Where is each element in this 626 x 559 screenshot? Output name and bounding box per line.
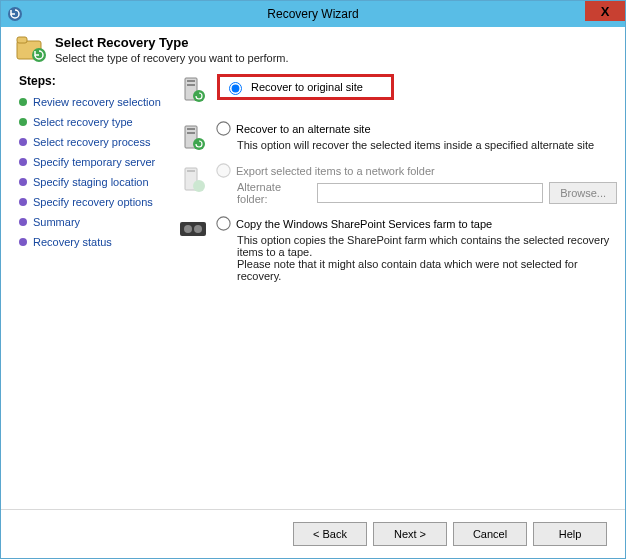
option-description-line2: Please note that it might also contain d… [237, 258, 617, 282]
window-title: Recovery Wizard [1, 7, 625, 21]
main-area: Steps: Review recovery selection Select … [1, 74, 625, 509]
option-body: Copy the Windows SharePoint Services far… [217, 217, 617, 282]
step-bullet-icon [19, 118, 27, 126]
step-bullet-icon [19, 218, 27, 226]
step-review-recovery-selection[interactable]: Review recovery selection [19, 92, 169, 112]
svg-point-11 [193, 138, 205, 150]
svg-rect-2 [17, 37, 27, 43]
footer-buttons: < Back Next > Cancel Help [1, 509, 625, 558]
svg-rect-6 [187, 84, 195, 86]
step-label: Review recovery selection [33, 96, 161, 108]
server-recover-icon [179, 76, 207, 104]
page-title: Select Recovery Type [55, 35, 289, 50]
window-body: Select Recovery Type Select the type of … [1, 27, 625, 558]
step-bullet-icon [19, 158, 27, 166]
svg-point-16 [184, 225, 192, 233]
step-specify-temporary-server[interactable]: Specify temporary server [19, 152, 169, 172]
step-select-recovery-type[interactable]: Select recovery type [19, 112, 169, 132]
step-label: Specify staging location [33, 176, 149, 188]
back-button[interactable]: < Back [293, 522, 367, 546]
steps-title: Steps: [19, 74, 169, 88]
option-body: Recover to original site [217, 74, 394, 110]
option-body: Export selected items to a network folde… [217, 164, 617, 205]
option-label: Export selected items to a network folde… [236, 165, 435, 177]
tape-icon [179, 219, 207, 247]
alternate-folder-input [317, 183, 543, 203]
option-recover-alternate: Recover to an alternate site This option… [179, 122, 617, 152]
option-description-line1: This option copies the SharePoint farm w… [237, 234, 617, 258]
step-bullet-icon [19, 138, 27, 146]
option-export-network: Export selected items to a network folde… [179, 164, 617, 205]
content-panel: Recover to original site [169, 74, 617, 509]
step-select-recovery-process[interactable]: Select recovery process [19, 132, 169, 152]
step-label: Select recovery process [33, 136, 150, 148]
next-button[interactable]: Next > [373, 522, 447, 546]
step-label: Specify temporary server [33, 156, 155, 168]
radio-export-network [216, 163, 230, 177]
option-recover-original: Recover to original site [179, 74, 617, 110]
svg-rect-9 [187, 128, 195, 130]
alternate-folder-label: Alternate folder: [237, 181, 311, 205]
step-bullet-icon [19, 198, 27, 206]
option-label: Recover to an alternate site [236, 123, 371, 135]
step-recovery-status[interactable]: Recovery status [19, 232, 169, 252]
option-label: Recover to original site [251, 81, 363, 93]
step-label: Summary [33, 216, 80, 228]
titlebar: Recovery Wizard X [1, 1, 625, 27]
step-label: Select recovery type [33, 116, 133, 128]
server-alternate-icon [179, 124, 207, 152]
radio-recover-original[interactable] [229, 82, 242, 95]
radio-recover-alternate[interactable] [216, 121, 230, 135]
option-description: This option will recover the selected it… [237, 139, 594, 151]
step-label: Specify recovery options [33, 196, 153, 208]
svg-point-17 [194, 225, 202, 233]
help-button[interactable]: Help [533, 522, 607, 546]
step-specify-recovery-options[interactable]: Specify recovery options [19, 192, 169, 212]
selected-option-highlight: Recover to original site [217, 74, 394, 100]
svg-rect-15 [180, 222, 206, 236]
svg-point-7 [193, 90, 205, 102]
step-summary[interactable]: Summary [19, 212, 169, 232]
step-specify-staging-location[interactable]: Specify staging location [19, 172, 169, 192]
wizard-window: Recovery Wizard X Select Recovery Type S… [0, 0, 626, 559]
radio-copy-tape[interactable] [216, 216, 230, 230]
page-header-icon [15, 35, 47, 63]
app-icon [7, 6, 23, 22]
svg-rect-10 [187, 132, 195, 134]
step-bullet-icon [19, 178, 27, 186]
page-subtitle: Select the type of recovery you want to … [55, 52, 289, 64]
svg-rect-13 [187, 170, 195, 172]
page-header: Select Recovery Type Select the type of … [1, 27, 625, 74]
step-bullet-icon [19, 98, 27, 106]
step-bullet-icon [19, 238, 27, 246]
server-export-icon [179, 166, 207, 194]
close-button[interactable]: X [585, 1, 625, 21]
option-body: Recover to an alternate site This option… [217, 122, 594, 151]
svg-point-14 [193, 180, 205, 192]
alternate-folder-row: Alternate folder: Browse... [237, 181, 617, 205]
option-copy-tape: Copy the Windows SharePoint Services far… [179, 217, 617, 282]
cancel-button[interactable]: Cancel [453, 522, 527, 546]
browse-button: Browse... [549, 182, 617, 204]
page-header-text: Select Recovery Type Select the type of … [55, 35, 289, 64]
option-label: Copy the Windows SharePoint Services far… [236, 218, 492, 230]
svg-rect-5 [187, 80, 195, 82]
close-icon: X [601, 4, 610, 19]
step-label: Recovery status [33, 236, 112, 248]
steps-panel: Steps: Review recovery selection Select … [19, 74, 169, 509]
